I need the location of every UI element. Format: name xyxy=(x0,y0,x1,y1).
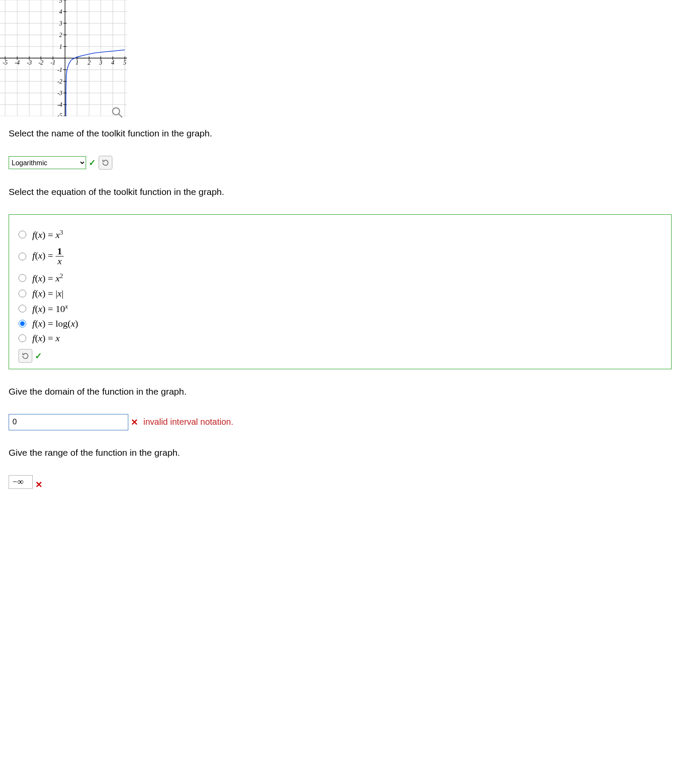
option-10-to-x[interactable]: f(x) = 10x xyxy=(19,303,662,315)
range-input[interactable]: −∞ xyxy=(9,475,33,489)
svg-text:2: 2 xyxy=(88,59,91,66)
option-x-squared[interactable]: f(x) = x2 xyxy=(19,272,662,284)
svg-text:2: 2 xyxy=(59,32,62,38)
option-reciprocal[interactable]: f(x) = 1x xyxy=(19,247,662,266)
retry-button-q1[interactable] xyxy=(99,156,112,170)
svg-text:4: 4 xyxy=(112,59,115,66)
function-graph: -5-4-3 -2-1 123 45 543 21 -1-2-3 -4-5 xyxy=(0,0,700,116)
domain-input[interactable] xyxy=(9,414,128,430)
retry-button-q2[interactable] xyxy=(19,349,32,363)
svg-text:5: 5 xyxy=(124,59,127,66)
svg-text:-1: -1 xyxy=(50,59,56,66)
svg-line-63 xyxy=(119,114,122,117)
svg-text:-3: -3 xyxy=(57,90,62,96)
option-abs-x[interactable]: f(x) = |x| xyxy=(19,288,662,299)
svg-text:-3: -3 xyxy=(27,59,32,66)
svg-text:-5: -5 xyxy=(3,59,8,66)
svg-text:1: 1 xyxy=(59,43,62,50)
q3-prompt: Give the domain of the function in the g… xyxy=(9,386,691,397)
error-message: invalid interval notation. xyxy=(143,417,233,427)
svg-text:-2: -2 xyxy=(38,59,43,66)
svg-text:1: 1 xyxy=(76,59,79,66)
check-icon: ✓ xyxy=(89,158,96,168)
svg-text:-2: -2 xyxy=(57,78,62,85)
svg-point-62 xyxy=(113,108,120,115)
svg-text:-4: -4 xyxy=(15,59,20,66)
svg-text:3: 3 xyxy=(99,59,102,66)
toolkit-name-select[interactable]: Logarithmic xyxy=(9,156,86,169)
check-icon: ✓ xyxy=(35,351,42,361)
cross-icon: ✕ xyxy=(131,417,138,427)
svg-text:4: 4 xyxy=(59,9,62,15)
cross-icon: ✕ xyxy=(35,479,43,490)
option-x-cubed[interactable]: f(x) = x3 xyxy=(19,229,662,241)
svg-text:-4: -4 xyxy=(57,102,62,108)
zoom-icon[interactable] xyxy=(111,106,123,118)
option-log-x[interactable]: f(x) = log(x) xyxy=(19,318,662,329)
q4-prompt: Give the range of the function in the gr… xyxy=(9,448,691,458)
q1-prompt: Select the name of the toolkit function … xyxy=(9,128,691,139)
svg-text:-1: -1 xyxy=(57,67,62,73)
svg-text:5: 5 xyxy=(59,0,62,4)
equation-options: f(x) = x3 f(x) = 1x f(x) = x2 f(x) = |x|… xyxy=(9,214,672,369)
q2-prompt: Select the equation of the toolkit funct… xyxy=(9,187,691,197)
svg-text:3: 3 xyxy=(59,20,62,27)
svg-text:-5: -5 xyxy=(57,112,62,116)
option-identity[interactable]: f(x) = x xyxy=(19,333,662,344)
